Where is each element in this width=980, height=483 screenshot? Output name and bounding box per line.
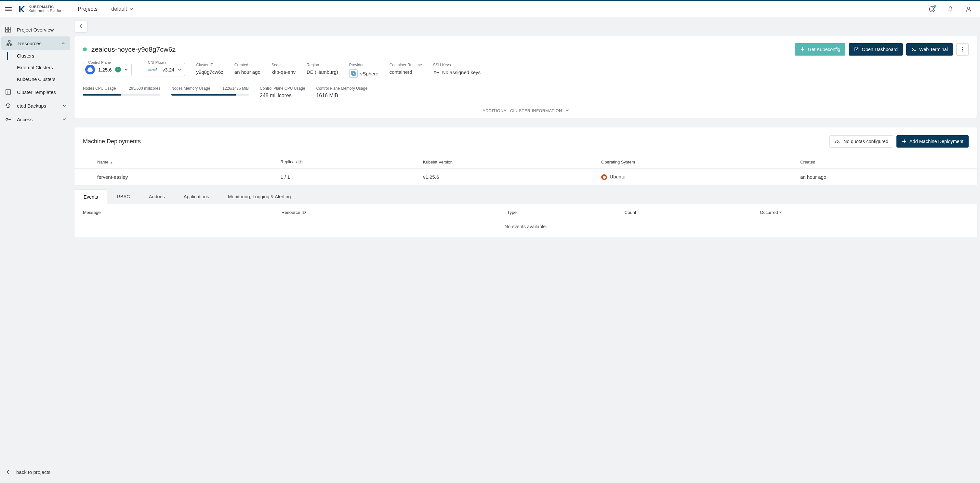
- sidebar-item-label: Cluster Templates: [17, 89, 56, 95]
- plus-icon: [902, 139, 907, 144]
- template-icon: [5, 89, 12, 95]
- sidebar-item-overview[interactable]: Project Overview: [0, 23, 72, 37]
- tab-addons[interactable]: Addons: [140, 189, 174, 204]
- region-field: RegionDE (Hamburg): [307, 63, 338, 75]
- sidebar-item-etcd-backups[interactable]: etcd Backups: [0, 99, 72, 113]
- user-icon[interactable]: [963, 3, 975, 15]
- sidebar-item-label: Access: [17, 117, 32, 122]
- project-selector[interactable]: default: [111, 6, 133, 12]
- seed-field: Seedkkp-qa-env: [272, 63, 296, 75]
- grid-icon: [5, 27, 12, 32]
- open-dashboard-button[interactable]: Open Dashboard: [849, 43, 903, 56]
- sidebar-resources-submenu: Clusters External Clusters KubeOne Clust…: [0, 50, 72, 85]
- md-replicas: 1 / 1: [277, 169, 420, 186]
- brand-logo[interactable]: KUBERMATIC Kubernetes Platform: [18, 5, 65, 13]
- tab-events[interactable]: Events: [74, 189, 107, 204]
- col-created[interactable]: Created: [797, 156, 958, 169]
- quota-button[interactable]: No quotas configured: [829, 135, 893, 148]
- col-kubelet[interactable]: Kubelet Version: [420, 156, 598, 169]
- back-button[interactable]: [74, 20, 88, 32]
- control-plane-memory-usage: Control Plane Memory Usage 1616 MiB: [316, 86, 367, 99]
- svg-point-16: [962, 51, 963, 52]
- sidebar-item-templates[interactable]: Cluster Templates: [0, 85, 72, 99]
- ubuntu-icon: [601, 174, 607, 180]
- svg-point-14: [962, 48, 963, 48]
- cluster-details-card: zealous-noyce-y9q8g7cw6z Get Kubeconfig …: [74, 36, 977, 118]
- sidebar-item-resources[interactable]: Resources: [1, 37, 70, 50]
- cluster-tabs: Events RBAC Addons Applications Monitori…: [74, 189, 977, 237]
- history-icon: [5, 103, 12, 108]
- sitemap-icon: [6, 40, 14, 46]
- ev-col-count[interactable]: Count: [616, 204, 751, 219]
- add-machine-deployment-button[interactable]: Add Machine Deployment: [896, 135, 969, 148]
- kubermatic-logo-icon: [18, 5, 26, 13]
- svg-rect-9: [10, 44, 12, 46]
- changelog-icon[interactable]: [926, 3, 939, 15]
- events-panel: Message Resource ID Type Count Occurred …: [74, 204, 977, 237]
- sidebar-item-clusters[interactable]: Clusters: [17, 50, 72, 62]
- download-icon: [800, 47, 805, 52]
- chevron-down-icon: [62, 104, 66, 108]
- svg-point-13: [6, 118, 8, 120]
- sidebar-item-external-clusters[interactable]: External Clusters: [17, 62, 72, 73]
- svg-rect-8: [7, 44, 8, 46]
- tab-monitoring[interactable]: Monitoring, Logging & Alerting: [218, 189, 300, 204]
- additional-info-expander[interactable]: ADDITIONAL CLUSTER INFORMATION: [75, 104, 977, 118]
- arrow-left-icon: [5, 469, 12, 475]
- web-terminal-button[interactable]: Web Terminal: [906, 43, 953, 56]
- svg-point-2: [968, 7, 970, 9]
- tab-applications[interactable]: Applications: [174, 189, 218, 204]
- tab-rbac[interactable]: RBAC: [107, 189, 139, 204]
- chevron-left-icon: [79, 24, 83, 29]
- vsphere-icon: [349, 69, 358, 78]
- nodes-memory-usage: Nodes Memory Usage1226/1475 MiB: [171, 86, 249, 99]
- breadcrumb-projects[interactable]: Projects: [78, 6, 97, 12]
- sort-arrow-up-icon: ▲: [110, 160, 113, 164]
- sidebar-item-label: Project Overview: [17, 27, 54, 32]
- chevron-down-icon: [565, 108, 569, 113]
- terminal-icon: [912, 47, 916, 52]
- control-plane-cpu-usage: Control Plane CPU Usage 248 millicores: [260, 86, 305, 99]
- table-row[interactable]: fervent-easley 1 / 1 v1.25.6 Ubuntu an h…: [75, 169, 977, 186]
- cluster-id-field: Cluster IDy9q8g7cw6z: [196, 63, 223, 75]
- cni-version: v3.24: [162, 67, 175, 73]
- cni-plugin-chip[interactable]: CNI Plugin canal v3.24: [143, 63, 185, 76]
- ev-col-type[interactable]: Type: [499, 204, 616, 219]
- sidebar-item-access[interactable]: Access: [0, 113, 72, 126]
- chevron-down-icon: [779, 210, 782, 215]
- ev-col-message[interactable]: Message: [75, 204, 273, 219]
- sidebar-item-kubeone-clusters[interactable]: KubeOne Clusters: [17, 73, 72, 85]
- md-created: an hour ago: [797, 169, 958, 186]
- project-name: default: [111, 6, 127, 12]
- machine-deployments-table: Name▲ Replicasi Kubelet Version Operatin…: [75, 156, 977, 186]
- dots-vertical-icon: [960, 47, 965, 52]
- chevron-down-icon: [178, 68, 181, 71]
- svg-rect-3: [6, 27, 8, 29]
- topbar: KUBERMATIC Kubernetes Platform Projects …: [0, 0, 980, 17]
- control-plane-chip[interactable]: Control Plane 1.25.6 ↑: [83, 63, 132, 76]
- svg-rect-5: [6, 30, 8, 32]
- col-replicas[interactable]: Replicasi: [277, 156, 420, 169]
- nodes-cpu-usage: Nodes CPU Usage295/600 millicores: [83, 86, 160, 99]
- svg-rect-7: [9, 41, 10, 42]
- bell-icon[interactable]: [944, 3, 956, 15]
- get-kubeconfig-button[interactable]: Get Kubeconfig: [795, 43, 845, 56]
- svg-rect-4: [8, 27, 11, 29]
- ev-col-resource[interactable]: Resource ID: [273, 204, 499, 219]
- info-icon: i: [298, 160, 303, 164]
- created-field: Createdan hour ago: [234, 63, 261, 75]
- md-name: fervent-easley: [94, 169, 277, 186]
- more-actions-button[interactable]: [956, 43, 969, 56]
- col-name[interactable]: Name▲: [94, 156, 277, 169]
- machine-deployments-title: Machine Deployments: [83, 138, 141, 145]
- events-empty-message: No events available.: [75, 219, 977, 237]
- external-link-icon: [854, 47, 859, 52]
- back-to-projects-link[interactable]: back to projects: [0, 464, 72, 483]
- hamburger-menu-icon[interactable]: [5, 7, 12, 11]
- col-os[interactable]: Operating System: [598, 156, 797, 169]
- ssh-keys-field[interactable]: SSH Keys No assigned keys: [433, 63, 480, 75]
- ev-col-occurred[interactable]: Occurred: [751, 204, 977, 219]
- chip-label: Control Plane: [86, 60, 113, 64]
- svg-marker-17: [88, 67, 93, 72]
- svg-rect-18: [352, 71, 355, 75]
